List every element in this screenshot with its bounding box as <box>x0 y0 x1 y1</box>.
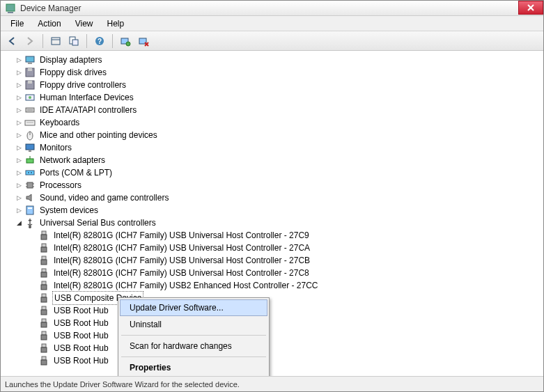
statusbar: Launches the Update Driver Software Wiza… <box>1 376 543 391</box>
tree-node-category[interactable]: ▷Sound, video and game controllers <box>9 191 543 204</box>
scan-button[interactable] <box>117 33 134 49</box>
tree-node-device[interactable]: USB Root Hub <box>9 342 543 354</box>
svg-rect-15 <box>26 56 34 62</box>
tree-node-device[interactable]: USB Root Hub <box>9 317 543 329</box>
tree-node-category[interactable]: ▷Processors <box>9 179 543 191</box>
tree-node-device[interactable]: USB Root Hub <box>9 329 543 342</box>
expand-icon[interactable]: ▷ <box>15 68 23 77</box>
expand-placeholder <box>29 281 37 290</box>
floppy-icon <box>24 67 36 78</box>
tree-node-device[interactable]: USB Root Hub <box>9 354 543 367</box>
cpu-icon <box>24 180 36 191</box>
usb-device-icon <box>38 292 49 304</box>
svg-rect-7 <box>72 40 78 45</box>
tree-node-label: USB Root Hub <box>52 354 110 367</box>
svg-rect-54 <box>42 294 46 297</box>
device-tree[interactable]: ▷Display adapters▷Floppy disk drives▷Flo… <box>1 51 543 376</box>
toolbar-separator <box>86 34 87 48</box>
menu-help[interactable]: Help <box>100 17 132 30</box>
expand-icon[interactable]: ▷ <box>15 206 23 214</box>
svg-point-11 <box>126 42 130 46</box>
window-title: Device Manager <box>20 3 81 13</box>
cm-update-driver[interactable]: Update Driver Software... <box>120 299 267 316</box>
usb-device-icon <box>38 343 49 354</box>
cm-scan[interactable]: Scan for hardware changes <box>120 338 267 354</box>
close-button[interactable] <box>518 1 543 15</box>
status-text: Launches the Update Driver Software Wiza… <box>5 380 240 389</box>
svg-rect-56 <box>42 306 46 310</box>
tree-node-device[interactable]: Intel(R) 82801G (ICH7 Family) USB Univer… <box>9 267 543 279</box>
tree-node-device[interactable]: Intel(R) 82801G (ICH7 Family) USB Univer… <box>9 229 543 242</box>
tree-node-category[interactable]: ▷Mice and other pointing devices <box>9 129 543 141</box>
collapse-icon[interactable]: ◢ <box>15 219 23 227</box>
tree-node-category[interactable]: ▷Keyboards <box>9 116 543 129</box>
forward-button[interactable] <box>22 33 38 49</box>
tree-node-category[interactable]: ▷Floppy drive controllers <box>9 79 543 91</box>
tree-node-label: System devices <box>38 204 100 217</box>
context-menu: Update Driver Software... Uninstall Scan… <box>118 297 270 376</box>
tree-node-label: Intel(R) 82801G (ICH7 Family) USB2 Enhan… <box>52 279 319 292</box>
tree-node-label: Network adapters <box>38 154 107 166</box>
show-hidden-button[interactable] <box>47 33 64 49</box>
keyboard-icon <box>24 117 36 128</box>
svg-rect-31 <box>26 159 33 163</box>
expand-icon[interactable]: ▷ <box>15 194 23 202</box>
expand-icon[interactable]: ▷ <box>15 156 23 164</box>
expand-icon[interactable]: ▷ <box>15 56 23 64</box>
tree-node-label: Sound, video and game controllers <box>38 191 170 204</box>
svg-rect-65 <box>41 360 47 365</box>
titlebar: Device Manager <box>1 1 543 16</box>
uninstall-button[interactable] <box>135 33 152 49</box>
tree-node-label: IDE ATA/ATAPI controllers <box>38 104 138 116</box>
window-buttons <box>518 1 543 15</box>
tree-node-label: Floppy disk drives <box>38 66 108 79</box>
port-icon <box>24 167 36 178</box>
svg-rect-41 <box>26 206 33 214</box>
expand-icon[interactable]: ▷ <box>15 143 23 152</box>
menu-action[interactable]: Action <box>31 17 68 30</box>
svg-rect-48 <box>42 256 46 260</box>
ide-icon <box>24 104 36 116</box>
tree-node-label: USB Root Hub <box>52 317 110 329</box>
tree-node-category[interactable]: ▷Ports (COM & LPT) <box>9 166 543 179</box>
properties-button[interactable] <box>65 33 82 49</box>
svg-rect-61 <box>41 335 47 340</box>
expand-icon[interactable]: ▷ <box>15 81 23 89</box>
back-button[interactable] <box>3 33 20 49</box>
cm-uninstall[interactable]: Uninstall <box>120 316 267 333</box>
expand-icon[interactable]: ▷ <box>15 93 23 102</box>
expand-icon[interactable]: ▷ <box>15 106 23 114</box>
tree-node-device[interactable]: Intel(R) 82801G (ICH7 Family) USB2 Enhan… <box>9 279 543 292</box>
sound-icon <box>24 192 36 203</box>
floppy-icon <box>24 79 36 91</box>
svg-point-22 <box>29 96 31 99</box>
tree-node-device[interactable]: Intel(R) 82801G (ICH7 Family) USB Univer… <box>9 254 543 267</box>
tree-node-device[interactable]: Intel(R) 82801G (ICH7 Family) USB Univer… <box>9 242 543 254</box>
expand-icon[interactable]: ▷ <box>15 181 23 189</box>
tree-node-category[interactable]: ▷System devices <box>9 204 543 217</box>
svg-rect-16 <box>28 63 32 64</box>
expand-placeholder <box>29 356 37 365</box>
tree-node-label: Intel(R) 82801G (ICH7 Family) USB Univer… <box>52 242 311 254</box>
usb-device-icon <box>38 280 49 291</box>
menu-view[interactable]: View <box>68 17 100 30</box>
tree-node-label: Universal Serial Bus controllers <box>38 217 157 229</box>
tree-node-device[interactable]: USB Composite Device <box>9 292 543 304</box>
tree-node-category[interactable]: ◢Universal Serial Bus controllers <box>9 217 543 229</box>
expand-icon[interactable]: ▷ <box>15 131 23 139</box>
expand-icon[interactable]: ▷ <box>15 168 23 177</box>
tree-node-category[interactable]: ▷IDE ATA/ATAPI controllers <box>9 104 543 116</box>
help-button[interactable]: ? <box>91 33 108 49</box>
tree-node-category[interactable]: ▷Monitors <box>9 141 543 154</box>
system-icon <box>24 205 36 216</box>
tree-node-category[interactable]: ▷Floppy disk drives <box>9 66 543 79</box>
svg-rect-1 <box>8 12 13 13</box>
cm-properties[interactable]: Properties <box>120 359 267 376</box>
tree-node-category[interactable]: ▷Network adapters <box>9 154 543 166</box>
expand-icon[interactable]: ▷ <box>15 118 23 127</box>
tree-node-category[interactable]: ▷Human Interface Devices <box>9 91 543 104</box>
tree-node-category[interactable]: ▷Display adapters <box>9 54 543 66</box>
tree-node-device[interactable]: USB Root Hub <box>9 304 543 317</box>
svg-rect-0 <box>6 4 15 11</box>
menu-file[interactable]: File <box>3 17 31 30</box>
